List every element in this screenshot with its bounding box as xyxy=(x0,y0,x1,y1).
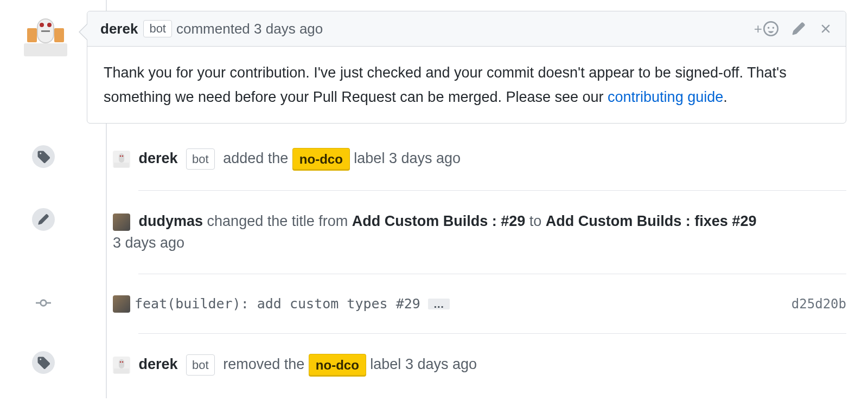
comment-block: derek bot commented 3 days ago + xyxy=(22,11,846,124)
label-no-dco[interactable]: no-dco xyxy=(292,148,350,171)
commit-icon xyxy=(31,290,56,315)
svg-rect-0 xyxy=(24,43,67,56)
tag-icon xyxy=(31,144,56,169)
divider xyxy=(138,333,846,334)
contributing-guide-link[interactable]: contributing guide xyxy=(608,89,723,105)
comment-action-text: commented xyxy=(176,21,250,37)
comment-timestamp[interactable]: 3 days ago xyxy=(254,21,323,37)
event-author-link[interactable]: dudymas xyxy=(139,213,203,229)
mini-avatar-dudymas[interactable] xyxy=(113,214,130,231)
event-timestamp[interactable]: 3 days ago xyxy=(405,356,477,372)
event-author-link[interactable]: derek xyxy=(139,150,178,166)
timeline-event-commit: feat(builder): add custom types #29 … d2… xyxy=(43,294,846,314)
event-timestamp[interactable]: 3 days ago xyxy=(389,150,461,166)
commit-message-link[interactable]: feat(builder): add custom types #29 xyxy=(135,294,420,314)
event-suffix-text: label xyxy=(354,150,385,166)
commit-expand-button[interactable]: … xyxy=(428,299,450,309)
event-author-link[interactable]: derek xyxy=(139,356,178,372)
timeline-event-label-added: derek bot added the no-dco label 3 days … xyxy=(43,147,846,171)
svg-rect-4 xyxy=(54,28,64,42)
to-word: to xyxy=(529,213,542,229)
comment-arrow xyxy=(79,23,87,41)
svg-point-17 xyxy=(120,361,122,363)
commit-sha-link[interactable]: d25d20b xyxy=(792,294,846,314)
comment-header: derek bot commented 3 days ago + xyxy=(87,11,846,47)
svg-point-11 xyxy=(122,156,124,157)
bot-badge: bot xyxy=(143,20,172,37)
edit-comment-button[interactable] xyxy=(792,22,806,36)
comment-body: Thank you for your contribution. I've ju… xyxy=(87,47,846,123)
mini-avatar-derek[interactable] xyxy=(113,151,130,168)
new-title: Add Custom Builds : fixes #29 xyxy=(546,213,757,229)
label-no-dco[interactable]: no-dco xyxy=(309,354,366,377)
svg-rect-8 xyxy=(114,163,129,167)
bot-badge: bot xyxy=(186,354,215,376)
svg-point-12 xyxy=(41,300,47,306)
event-action-text: added the xyxy=(223,150,288,166)
event-timestamp[interactable]: 3 days ago xyxy=(113,235,184,251)
comment-body-suffix: . xyxy=(723,89,727,105)
svg-point-5 xyxy=(40,23,44,27)
add-reaction-button[interactable]: + xyxy=(754,21,778,37)
avatar-derek-bot[interactable] xyxy=(22,11,69,59)
svg-rect-16 xyxy=(119,359,124,368)
divider xyxy=(138,190,846,191)
event-suffix-text: label xyxy=(370,356,401,372)
divider xyxy=(138,274,846,274)
svg-point-18 xyxy=(122,361,124,363)
svg-rect-3 xyxy=(27,28,37,42)
comment-author-link[interactable]: derek xyxy=(100,21,138,37)
event-action-text: removed the xyxy=(223,356,304,372)
tag-icon xyxy=(31,350,56,375)
bot-badge: bot xyxy=(186,148,215,170)
close-comment-button[interactable] xyxy=(819,22,833,36)
svg-point-10 xyxy=(120,156,122,157)
timeline-event-label-removed: derek bot removed the no-dco label 3 day… xyxy=(43,353,846,377)
mini-avatar-dudymas[interactable] xyxy=(113,295,130,313)
event-action-text: changed the title from xyxy=(207,213,348,229)
old-title: Add Custom Builds : #29 xyxy=(352,213,526,229)
timeline-event-title-change: dudymas changed the title from Add Custo… xyxy=(43,210,846,254)
svg-rect-15 xyxy=(114,368,129,373)
svg-point-6 xyxy=(47,23,52,27)
pencil-icon xyxy=(31,207,56,232)
svg-rect-9 xyxy=(119,153,124,163)
comment-box: derek bot commented 3 days ago + xyxy=(87,11,846,124)
svg-rect-7 xyxy=(41,30,50,32)
mini-avatar-derek[interactable] xyxy=(113,357,130,374)
